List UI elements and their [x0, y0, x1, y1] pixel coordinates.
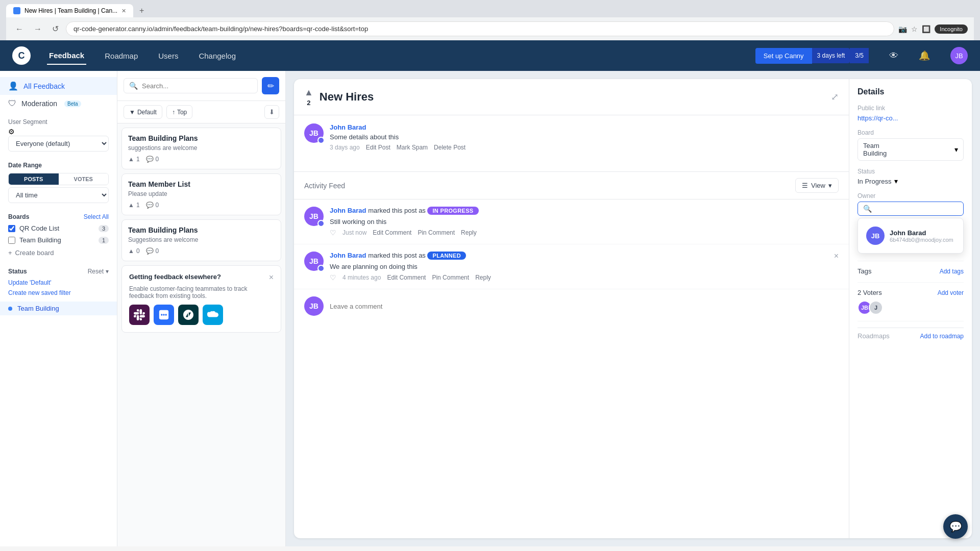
status-chevron[interactable]: ▾	[106, 268, 109, 275]
post-detail-left: ▲ 2 New Hires ⤢ JB John B	[294, 79, 849, 538]
comment-time-main: 3 days ago	[330, 144, 360, 151]
chat-icon: 💬	[949, 520, 962, 533]
default-filter-button[interactable]: ▼ Default	[124, 105, 162, 119]
board-count-team: 1	[99, 237, 109, 244]
sidebar-item-all-feedback[interactable]: 👤 All Feedback	[0, 77, 117, 95]
vote-arrow-up-3: ▲	[128, 247, 134, 255]
back-button[interactable]: ←	[12, 22, 27, 36]
select-all-link[interactable]: Select All	[84, 213, 109, 220]
board-item-qr-code-list[interactable]: QR Code List 3	[0, 222, 117, 234]
nav-changelog[interactable]: Changelog	[197, 47, 238, 64]
add-roadmap-link[interactable]: Add to roadmap	[920, 333, 964, 340]
post-title-3: Team Building Plans	[128, 226, 275, 234]
expand-button[interactable]: ⤢	[831, 91, 839, 103]
vote-number: 2	[307, 99, 310, 107]
votes-tab[interactable]: VOTES	[59, 173, 109, 185]
extensions-icon[interactable]: 🔲	[922, 25, 930, 33]
new-tab-button[interactable]: +	[135, 4, 148, 17]
activity-author-1[interactable]: John Barad	[330, 207, 366, 214]
activity-text-2: John Barad marked this post as PLANNED	[330, 252, 828, 260]
incognito-button[interactable]: Incognito	[935, 24, 968, 34]
edit-comment-2[interactable]: Edit Comment	[387, 274, 426, 281]
board-value-line1: Team	[863, 142, 887, 149]
chat-button[interactable]: 💬	[943, 514, 968, 539]
setup-canny-button[interactable]: Set up Canny	[755, 48, 812, 64]
post-item-1[interactable]: Team Building Plans suggestions are welc…	[121, 128, 281, 169]
tab-close[interactable]: ✕	[121, 8, 126, 14]
nav-users[interactable]: Users	[156, 47, 180, 64]
reset-link[interactable]: Reset	[88, 268, 104, 275]
team-building-filter-item[interactable]: Team Building	[0, 302, 117, 315]
banner-logos	[129, 305, 274, 325]
add-tags-link[interactable]: Add tags	[940, 268, 964, 275]
list-icon: ☰	[802, 182, 808, 189]
date-range-select[interactable]: All time	[8, 187, 109, 203]
add-voter-link[interactable]: Add voter	[938, 289, 964, 296]
team-building-filter-label: Team Building	[17, 305, 59, 312]
heart-icon-2[interactable]: ♡	[330, 273, 336, 282]
view-button[interactable]: ☰ View ▾	[795, 178, 839, 193]
active-tab[interactable]: New Hires | Team Building | Can... ✕	[6, 4, 133, 17]
url-bar[interactable]	[66, 21, 894, 36]
comment-meta-main: 3 days ago Edit Post Mark Spam Delete Po…	[330, 144, 839, 151]
svg-point-1	[161, 314, 162, 315]
pin-comment-2[interactable]: Pin Comment	[432, 274, 469, 281]
setup-canny-group: Set up Canny 3 days left 3/5	[755, 48, 869, 64]
activity-avatar-1: JB	[304, 207, 324, 226]
leave-comment-input[interactable]	[330, 296, 839, 316]
forward-button[interactable]: →	[31, 22, 45, 36]
owner-input[interactable]	[875, 205, 961, 213]
dismiss-activity-2[interactable]: ×	[834, 252, 839, 261]
star-icon[interactable]: ☆	[911, 25, 918, 33]
board-item-team-building[interactable]: Team Building 1	[0, 234, 117, 246]
posts-tab[interactable]: POSTS	[9, 173, 59, 185]
refresh-button[interactable]: ↺	[49, 22, 62, 36]
vote-up-arrow[interactable]: ▲	[304, 87, 313, 98]
board-dropdown[interactable]: Team Building ▾	[857, 138, 964, 161]
sidebar-item-moderation[interactable]: 🛡 Moderation Beta	[0, 95, 117, 112]
eye-icon[interactable]: 👁	[889, 51, 898, 61]
comment-author-main[interactable]: John Barad	[330, 123, 839, 131]
user-avatar[interactable]: JB	[950, 47, 968, 64]
post-meta-1: ▲ 1 💬 0	[128, 156, 275, 163]
top-filter-button[interactable]: ↑ Top	[166, 105, 192, 119]
vote-arrow-up-1: ▲	[128, 156, 134, 163]
edit-post-action[interactable]: Edit Post	[366, 144, 390, 151]
create-filter-link[interactable]: Create new saved filter	[0, 288, 117, 297]
owner-item-john[interactable]: JB John Barad 6b474db0@moodjoy.com	[862, 222, 959, 249]
pin-comment-1[interactable]: Pin Comment	[418, 229, 455, 236]
activity-text-1: John Barad marked this post as IN PROGRE…	[330, 207, 839, 215]
update-default-link[interactable]: Update 'Default'	[0, 277, 117, 288]
status-dropdown[interactable]: In Progress ▾	[857, 177, 964, 185]
logo[interactable]: C	[12, 46, 31, 65]
post-item-2[interactable]: Team Member List Please update ▲ 1 💬 0	[121, 173, 281, 215]
post-desc-3: Suggestions are welcome	[128, 236, 275, 243]
post-meta-2: ▲ 1 💬 0	[128, 202, 275, 209]
create-board-item[interactable]: + Create board	[0, 246, 117, 260]
tab-favicon	[13, 7, 20, 14]
public-link-value[interactable]: https://qr-co...	[857, 114, 898, 122]
nav-roadmap[interactable]: Roadmap	[103, 47, 140, 64]
bell-icon[interactable]: 🔔	[919, 50, 930, 61]
mark-spam-action[interactable]: Mark Spam	[397, 144, 428, 151]
nav-feedback[interactable]: Feedback	[47, 47, 86, 65]
download-button[interactable]: ⬇	[264, 105, 279, 119]
post-item-3[interactable]: Team Building Plans Suggestions are welc…	[121, 219, 281, 261]
reply-1[interactable]: Reply	[461, 229, 477, 236]
board-label: Board	[857, 129, 964, 136]
activity-author-2[interactable]: John Barad	[330, 252, 366, 259]
user-segment-select[interactable]: Everyone (default)	[8, 136, 109, 152]
reply-2[interactable]: Reply	[475, 274, 491, 281]
banner-close-button[interactable]: ×	[269, 273, 274, 282]
search-box[interactable]: 🔍	[124, 78, 258, 93]
search-input[interactable]	[142, 82, 252, 90]
edit-comment-1[interactable]: Edit Comment	[373, 229, 411, 236]
heart-icon-1[interactable]: ♡	[330, 229, 336, 237]
edit-button[interactable]: ✏	[262, 77, 279, 94]
owner-search-box[interactable]: 🔍	[857, 202, 964, 216]
status-label: Status	[857, 168, 964, 175]
activity-comment-2: We are planning on doing this	[330, 263, 828, 270]
board-checkbox-qr[interactable]	[8, 225, 15, 232]
delete-post-action[interactable]: Delete Post	[434, 144, 465, 151]
board-checkbox-team[interactable]	[8, 237, 15, 244]
